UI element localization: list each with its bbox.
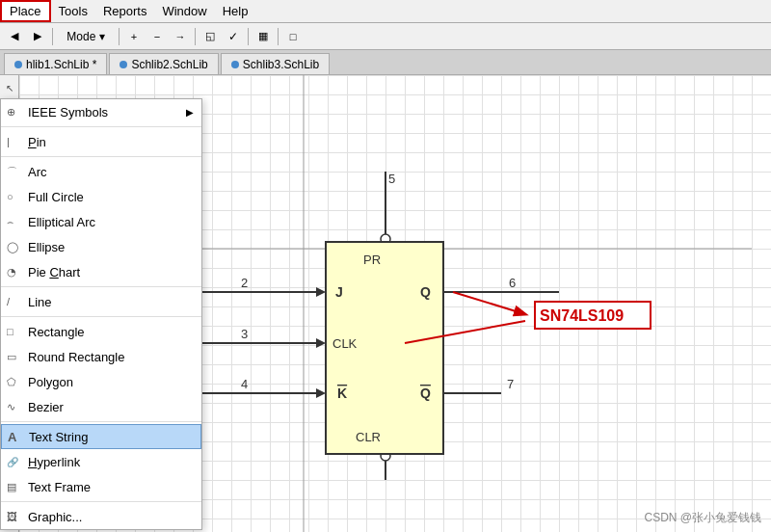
toolbar-forward[interactable]: ▶ [27,26,48,47]
svg-marker-5 [316,338,326,348]
toolbar-minus[interactable]: − [146,26,168,47]
svg-text:5: 5 [388,172,395,186]
toolbar-sep1 [52,28,53,45]
pin-icon: | [7,136,10,147]
toolbar-plus[interactable]: + [123,26,145,47]
svg-text:SN74LS109: SN74LS109 [540,307,624,324]
svg-text:2: 2 [241,276,248,290]
roundrect-icon: ▭ [7,351,16,363]
mode-dropdown[interactable]: Mode ▾ [57,26,115,47]
ieee-icon: ⊕ [7,106,15,119]
toolbar-back[interactable]: ◀ [4,26,25,47]
tabbar: hlib1.SchLib * Schlib2.SchLib Schlib3.Sc… [0,50,771,75]
ellipse-icon: ◯ [7,241,18,253]
svg-text:6: 6 [509,276,516,290]
main-area: ↖ ✛ ⌒ ○ ◯ ◔ / □ ▭ ⬠ ∿ A 🔗 ▤ 🖼 [0,75,771,532]
menu-item-bezier[interactable]: ∿ Bezier [1,394,201,419]
menu-tools[interactable]: Tools [51,0,95,22]
toolbar-box[interactable]: ◱ [199,26,221,47]
svg-line-15 [453,292,525,314]
toolbar-arrow-right[interactable]: → [170,26,191,47]
menu-window[interactable]: Window [154,0,214,22]
menubar: Place Tools Reports Window Help [0,0,771,23]
sep-3 [1,316,201,317]
toolbar-square[interactable]: □ [282,26,304,47]
rect-icon: □ [7,326,13,337]
place-dropdown: ⊕ IEEE Symbols ▶ | Pin ⌒ Arc ○ Full Circ… [0,98,202,530]
menu-item-pin[interactable]: | Pin [1,129,201,154]
hyperlink-icon: 🔗 [7,457,18,467]
tab-schlib3[interactable]: Schlib3.SchLib [221,53,330,74]
tab-dot-2 [120,61,127,68]
toolbar-sep5 [278,28,279,45]
menu-item-rectangle[interactable]: □ Rectangle [1,319,201,344]
bezier-icon: ∿ [7,401,15,413]
svg-marker-3 [316,287,326,297]
menu-item-fullcircle[interactable]: ○ Full Circle [1,184,201,209]
toolbar-grid[interactable]: ▦ [253,26,274,47]
toolbar-sep4 [248,28,249,45]
svg-line-16 [405,321,525,343]
watermark: CSDN @张小兔爱钱钱 [644,510,761,526]
menu-item-ellipticalarc[interactable]: ⌢ Elliptical Arc [1,209,201,234]
svg-text:K: K [337,386,347,401]
submenu-arrow: ▶ [186,107,194,118]
tab-dot-3 [231,61,239,68]
textstring-icon: A [8,430,16,444]
ellarc-icon: ⌢ [7,216,13,228]
toolbar-sep2 [119,28,120,45]
sep-5 [1,501,201,502]
arc-icon: ⌒ [7,165,17,179]
tab-schlib1[interactable]: hlib1.SchLib * [4,53,107,74]
sep-4 [1,421,201,422]
menu-item-ieee[interactable]: ⊕ IEEE Symbols ▶ [1,99,201,124]
svg-text:7: 7 [507,377,514,391]
svg-point-9 [381,234,390,244]
menu-place[interactable]: Place [0,0,51,22]
svg-rect-30 [535,302,651,329]
graphic-icon: 🖼 [7,511,17,522]
tab-schlib2[interactable]: Schlib2.SchLib [109,53,218,74]
svg-text:CLK: CLK [332,336,358,351]
svg-marker-7 [316,388,326,398]
menu-item-piechart[interactable]: ◔ Pie Chart [1,259,201,284]
sep-1 [1,156,201,157]
circle-icon: ○ [7,191,13,202]
toolbar-sep3 [195,28,196,45]
svg-point-11 [381,451,390,461]
left-btn-cursor[interactable]: ↖ [1,79,18,96]
line-icon: / [7,296,10,307]
menu-item-hyperlink[interactable]: 🔗 Hyperlink [1,449,201,474]
textframe-icon: ▤ [7,481,16,493]
menu-item-textstring[interactable]: A Text String [1,424,201,449]
pie-icon: ◔ [7,266,16,279]
svg-text:Q: Q [420,386,431,401]
menu-item-roundrect[interactable]: ▭ Round Rectangle [1,344,201,369]
menu-item-graphic[interactable]: 🖼 Graphic... [1,504,201,529]
sep-2 [1,286,201,287]
tab-dot-1 [14,61,22,68]
svg-text:CLR: CLR [356,430,381,444]
menu-item-polygon[interactable]: ⬠ Polygon [1,369,201,394]
menu-item-line[interactable]: / Line [1,289,201,314]
svg-text:J: J [335,284,343,300]
svg-text:4: 4 [241,377,248,391]
sep-0 [1,126,201,127]
svg-rect-14 [326,242,443,454]
menu-item-textframe[interactable]: ▤ Text Frame [1,474,201,499]
toolbar: ◀ ▶ Mode ▾ + − → ◱ ✓ ▦ □ [0,23,771,50]
polygon-icon: ⬠ [7,376,16,388]
svg-text:PR: PR [363,253,381,267]
menu-item-ellipse[interactable]: ◯ Ellipse [1,234,201,259]
svg-text:3: 3 [241,327,248,341]
menu-item-arc[interactable]: ⌒ Arc [1,159,201,184]
svg-text:Q: Q [420,284,431,300]
menu-reports[interactable]: Reports [95,0,155,22]
menu-help[interactable]: Help [215,0,256,22]
toolbar-check[interactable]: ✓ [223,26,244,47]
